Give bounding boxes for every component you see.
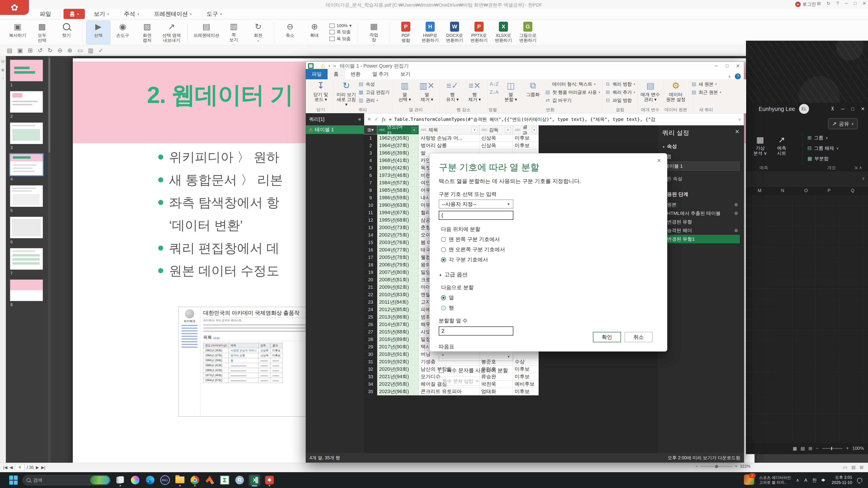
row-number-cell[interactable]: 28	[364, 336, 377, 343]
pq-maximize-button[interactable]: □	[725, 63, 728, 69]
row-number-cell[interactable]: 21	[364, 284, 377, 291]
pdf-maximize-button[interactable]: □	[854, 1, 857, 6]
menu-tools[interactable]: 도구▾	[201, 9, 228, 19]
cell-year[interactable]: 2020년(93회)	[377, 365, 419, 373]
pdf-zoom-level[interactable]: 322%	[740, 464, 750, 469]
presentation-mode-button[interactable]: ▤프레젠테이션	[192, 21, 221, 44]
excel-column-P[interactable]: P	[828, 188, 831, 193]
feedback-smiley-icon[interactable]: ☺	[320, 63, 326, 69]
slide-thumbnail-8[interactable]: 8	[10, 280, 44, 307]
query-item-table1[interactable]: ⚠ 테이블 1	[306, 125, 364, 134]
ime-mode-han[interactable]: 한	[812, 477, 817, 483]
row-number-cell[interactable]: 5	[364, 164, 377, 172]
row-number-cell[interactable]: 11	[364, 209, 377, 217]
clock[interactable]: 오후 2:012025-11-10	[832, 475, 852, 486]
row-number-cell[interactable]: 16	[364, 246, 377, 254]
cell-director[interactable]: 류승완	[479, 373, 513, 381]
excel-close-button[interactable]: ✕	[861, 106, 865, 111]
query-settings-close-icon[interactable]: ✕	[735, 129, 739, 135]
taskbar-app-edge[interactable]	[144, 474, 156, 486]
filter-dropdown-icon[interactable]: ▾	[471, 127, 477, 133]
attachment-panel-icon[interactable]: ◔	[2, 76, 4, 80]
cell-year[interactable]: 2017년(90회)	[377, 343, 419, 351]
convert-hwp-button[interactable]: HHWP로 변환하기	[418, 21, 442, 44]
row-number-cell[interactable]: 2	[364, 142, 377, 149]
data-source-settings-button[interactable]: ⚙데이터 원본 설정	[665, 80, 686, 102]
cell-result[interactable]	[513, 351, 539, 358]
excel-column-N[interactable]: N	[781, 188, 784, 193]
continuous-view-icon[interactable]: ▤	[851, 464, 856, 470]
pdf-minimize-button[interactable]: ─	[845, 1, 848, 6]
new-source-button[interactable]: ▤새 원본▾	[691, 80, 721, 88]
share-button[interactable]: ↗ 공유 ∨	[828, 119, 858, 129]
taskbar-app-dell[interactable]: DELL	[159, 474, 171, 486]
convert-image-button[interactable]: G그림으로 변환하기	[516, 21, 539, 44]
wiki-edit-link[interactable]: [편집]	[213, 337, 220, 339]
cell-year[interactable]: 2002년(75회)	[377, 231, 419, 239]
cell-director[interactable]: 엄태화	[479, 388, 513, 395]
row-number-cell[interactable]: 17	[364, 254, 377, 261]
search-highlight-image[interactable]	[90, 476, 110, 484]
row-number-cell[interactable]: 20	[364, 276, 377, 284]
choose-columns-button[interactable]: ▥열 선택 ▾	[395, 80, 415, 102]
cell-year[interactable]: 2007년(80회)	[377, 269, 419, 276]
combine-files-button[interactable]: ⊟파일 병합	[605, 96, 635, 104]
filter-dropdown-icon[interactable]: ▾	[532, 127, 537, 133]
cell-year[interactable]: 1968년(41회)	[377, 157, 419, 164]
formula-accept-icon[interactable]: ✓	[374, 116, 378, 122]
recent-sources-button[interactable]: ▤최근 원본▾	[691, 88, 721, 96]
find-button[interactable]: 찾기	[55, 21, 78, 44]
row-number-cell[interactable]: 30	[364, 351, 377, 358]
cell-year[interactable]: 1994년(67회)	[377, 209, 419, 217]
formula-text[interactable]: = Table.TransformColumnTypes(#"승격된 헤더",{…	[389, 116, 735, 123]
refresh-preview-button[interactable]: ↻미리 보기 새로 고침 ▾	[336, 80, 357, 107]
cell-year[interactable]: 2005년(78회)	[377, 254, 419, 261]
excel-zoom-out-icon[interactable]: −	[816, 446, 818, 451]
cell-year[interactable]: 1973년(46회)	[377, 172, 419, 179]
page-number-input[interactable]: 4	[15, 464, 24, 471]
quick-access-toolbar-icon[interactable]: ᎒▾	[333, 64, 336, 68]
cell-year[interactable]: 2023년(96회)	[377, 388, 419, 395]
menu-annotation[interactable]: 주석▾	[118, 9, 145, 19]
select-all-button[interactable]: ▩모두 선택	[30, 21, 54, 44]
export-selection-button[interactable]: ↗선택 영역 내보내기	[160, 21, 183, 44]
login-button[interactable]: ● 로그인	[795, 1, 816, 7]
page-view-button[interactable]: ▥쪽 보기▾	[222, 21, 246, 44]
radio-leftmost[interactable]: 맨 왼쪽 구분 기호에서	[441, 236, 658, 243]
group-by-button[interactable]: ⧉그룹화	[523, 80, 544, 97]
replace-values-button[interactable]: ⇄값 바꾸기	[545, 96, 600, 104]
cell-title[interactable]: 콘크리트 유토피아	[419, 388, 479, 395]
excel-minimize-button[interactable]: ─	[841, 106, 844, 111]
row-number-cell[interactable]: 26	[364, 321, 377, 328]
taskbar-app-sigma-app[interactable]: Σ	[219, 474, 230, 486]
taskbar-app-chrome[interactable]	[189, 474, 201, 486]
pdf-layout-icon[interactable]: ⊞	[817, 1, 821, 6]
avatar[interactable]: EL	[799, 104, 809, 114]
ungroup-button[interactable]: ⊟그룹 해제∨	[807, 145, 839, 151]
row-number-cell[interactable]: 33	[364, 373, 377, 381]
cell-result[interactable]: 미후보	[513, 388, 539, 395]
cell-year[interactable]: 2013년(86회)	[377, 313, 419, 321]
applied-step-원본[interactable]: 원본⚙	[662, 200, 740, 209]
slide-thumbnail-3[interactable]: 3	[10, 123, 44, 150]
use-first-row-headers-button[interactable]: ▤첫 행을 머리글로 사용▾	[545, 88, 600, 96]
pdf-zoom-slider[interactable]	[701, 466, 732, 467]
select-button[interactable]: ▶선택	[87, 21, 110, 44]
cell-year[interactable]: 1995년(68회)	[377, 217, 419, 224]
taskbar-app-file-explorer[interactable]	[174, 474, 186, 486]
step-settings-gear-icon[interactable]: ⚙	[734, 202, 738, 207]
row-number-cell[interactable]: 35	[364, 388, 377, 395]
row-number-cell[interactable]: 4	[364, 157, 377, 164]
pq-tab-transform[interactable]: 변환	[345, 69, 366, 79]
cell-director[interactable]: 신상옥	[479, 142, 513, 149]
delimiter-select[interactable]: --사용자 지정-- ▼	[439, 199, 513, 208]
cell-year[interactable]: 1984년(57회)	[377, 179, 419, 187]
properties-button[interactable]: ▤속성	[358, 80, 390, 88]
hidden-icons-chevron[interactable]: ∧	[796, 477, 799, 483]
excel-zoom-in-icon[interactable]: +	[846, 446, 849, 451]
row-number-cell[interactable]: 23	[364, 298, 377, 306]
keep-rows-button[interactable]: ≡✓행 유지 ▾	[442, 80, 463, 102]
properties-section[interactable]: ▲ 속성	[662, 143, 740, 150]
row-number-cell[interactable]: 7	[364, 179, 377, 187]
hancom-logo[interactable]: ✿	[0, 0, 29, 15]
